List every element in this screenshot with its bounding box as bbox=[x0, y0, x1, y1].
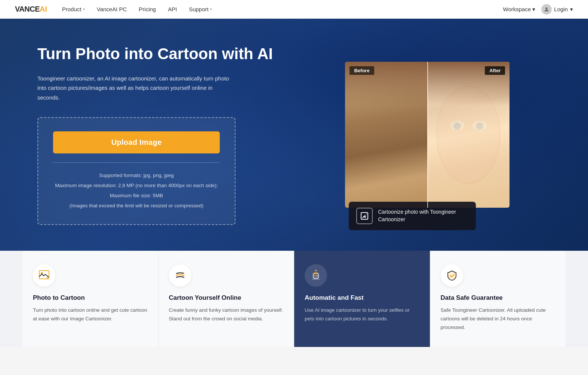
cartoon-yourself-icon bbox=[169, 264, 191, 287]
nav-item-pricing[interactable]: Pricing bbox=[139, 6, 156, 12]
feature-card-automatic-fast: Automatic and Fast Use AI image cartooni… bbox=[294, 251, 430, 347]
tooltip-card: Cartoonize photo with Toongineer Cartoon… bbox=[349, 202, 476, 230]
compare-card: Before After bbox=[345, 62, 510, 208]
svg-point-13 bbox=[316, 275, 318, 277]
nav-items: Product ▾ VanceAI PC Pricing API Support… bbox=[62, 6, 503, 12]
feature-card-cartoon-yourself: Cartoon Yourself Online Create funny and… bbox=[158, 251, 295, 347]
chevron-down-icon: ▾ bbox=[570, 6, 573, 13]
svg-point-12 bbox=[314, 275, 315, 277]
feature-title-1: Cartoon Yourself Online bbox=[169, 294, 284, 302]
supported-formats: Supported formats: jpg, png, jpeg bbox=[53, 170, 220, 180]
chevron-down-icon: ▾ bbox=[210, 7, 212, 11]
before-label: Before bbox=[350, 66, 374, 75]
nav-item-api[interactable]: API bbox=[168, 6, 177, 12]
feature-title-2: Automatic and Fast bbox=[305, 294, 419, 302]
logo[interactable]: VANCE AI bbox=[15, 5, 47, 13]
chevron-down-icon: ▾ bbox=[83, 7, 85, 11]
feature-desc-3: Safe Toongineer Cartoonizer. All uploade… bbox=[441, 306, 555, 332]
hero-description: Toongineer cartoonizer, an AI image cart… bbox=[37, 74, 232, 103]
divider bbox=[53, 162, 220, 163]
hero-right: Before After Cartoonize photo with Toong… bbox=[304, 58, 551, 211]
login-button[interactable]: Login ▾ bbox=[541, 4, 573, 15]
navbar: VANCE AI Product ▾ VanceAI PC Pricing AP… bbox=[0, 0, 588, 19]
nav-item-vanceai-pc[interactable]: VanceAI PC bbox=[97, 6, 127, 12]
chevron-down-icon: ▾ bbox=[532, 6, 535, 13]
workspace-button[interactable]: Workspace ▾ bbox=[503, 6, 536, 13]
upload-info: Supported formats: jpg, png, jpeg Maximu… bbox=[53, 170, 220, 211]
avatar-icon bbox=[541, 4, 552, 15]
automatic-fast-icon bbox=[305, 264, 327, 287]
svg-point-0 bbox=[546, 7, 548, 9]
feature-title-3: Data Safe Guarantee bbox=[441, 294, 555, 302]
photo-to-cartoon-icon bbox=[33, 264, 55, 287]
upload-box: Upload Image Supported formats: jpg, png… bbox=[37, 117, 235, 225]
compare-wrapper: Before After Cartoonize photo with Toong… bbox=[345, 62, 510, 211]
cartoonize-icon bbox=[356, 208, 373, 224]
hero-left: Turn Photo into Cartoon with AI Toongine… bbox=[37, 45, 304, 225]
feature-card-data-safe: Data Safe Guarantee Safe Toongineer Cart… bbox=[430, 251, 566, 347]
feature-card-photo-to-cartoon: Photo to Cartoon Turn photo into cartoon… bbox=[22, 251, 158, 347]
svg-point-5 bbox=[476, 122, 483, 130]
resize-note: (Images that exceed the limit will be re… bbox=[53, 201, 220, 211]
after-label: After bbox=[485, 66, 505, 75]
features-section: Photo to Cartoon Turn photo into cartoon… bbox=[0, 251, 588, 347]
logo-ai: AI bbox=[40, 5, 47, 13]
compare-divider bbox=[427, 62, 428, 208]
hero-title: Turn Photo into Cartoon with AI bbox=[37, 45, 304, 63]
max-file-size: Maximum file size: 5MB bbox=[53, 190, 220, 201]
feature-desc-1: Create funny and funky cartoon images of… bbox=[169, 306, 284, 323]
tooltip-text: Cartoonize photo with Toongineer Cartoon… bbox=[378, 208, 468, 223]
nav-right: Workspace ▾ Login ▾ bbox=[503, 4, 573, 15]
svg-point-4 bbox=[453, 122, 461, 130]
nav-item-support[interactable]: Support ▾ bbox=[189, 6, 212, 12]
hero-section: Turn Photo into Cartoon with AI Toongine… bbox=[0, 19, 588, 251]
feature-desc-0: Turn photo into cartoon online and get c… bbox=[33, 306, 148, 323]
data-safe-icon bbox=[441, 264, 463, 287]
logo-vance: VANCE bbox=[15, 5, 40, 13]
upload-image-button[interactable]: Upload Image bbox=[53, 131, 220, 153]
feature-title-0: Photo to Cartoon bbox=[33, 294, 148, 302]
feature-desc-2: Use AI image cartoonizer to turn your se… bbox=[305, 306, 419, 323]
nav-item-product[interactable]: Product ▾ bbox=[62, 6, 85, 12]
max-resolution: Maximum image resolution: 2.8 MP (no mor… bbox=[53, 180, 220, 190]
